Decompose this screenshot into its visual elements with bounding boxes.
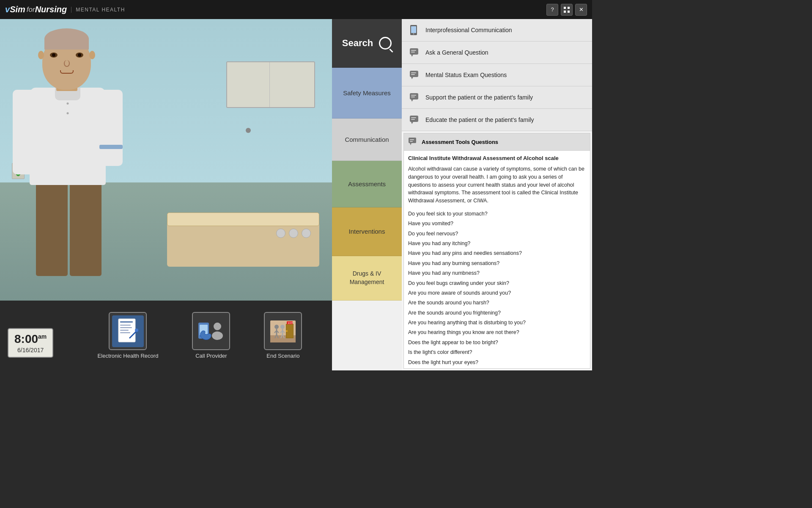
ciwa-title: Clinical Institute Withdrawal Assessment… <box>408 154 586 163</box>
chat-icon-3 <box>408 113 421 127</box>
svg-rect-45 <box>411 74 415 75</box>
svg-rect-2 <box>564 11 566 13</box>
svg-rect-57 <box>410 141 413 142</box>
submenu-item-mental-status[interactable]: Mental Status Exam Questions <box>402 64 592 86</box>
question-14: Is the light's color different? <box>408 348 586 357</box>
interventions-button[interactable]: Interventions <box>332 207 402 256</box>
grid-button[interactable] <box>561 4 573 16</box>
submenu-label-3: Support the patient or the patient's fam… <box>425 94 533 101</box>
chat-icon-2 <box>408 91 421 104</box>
control-btn <box>302 229 311 238</box>
svg-point-29 <box>280 325 285 329</box>
ehr-svg <box>117 318 139 344</box>
svg-rect-6 <box>120 325 131 326</box>
svg-rect-7 <box>120 327 132 328</box>
question-12: Are you hearing things you know are not … <box>408 328 586 337</box>
time-ampm: am <box>38 333 47 340</box>
svg-rect-38 <box>410 48 418 55</box>
submenu-item-general-question[interactable]: Ask a General Question <box>402 41 592 64</box>
header-controls: ? ✕ <box>546 4 587 16</box>
question-5: Have you had any burning sensations? <box>408 259 586 268</box>
question-11: Are you hearing anything that is disturb… <box>408 318 586 328</box>
question-7: Do you feel bugs crawling under your ski… <box>408 279 586 288</box>
button <box>67 102 69 105</box>
safety-measures-button[interactable]: Safety Measures <box>332 68 402 119</box>
patient-nose <box>64 60 70 67</box>
question-1: Have you vomited? <box>408 219 586 229</box>
question-8: Are you more aware of sounds around you? <box>408 288 586 298</box>
assessment-scroll-area[interactable]: Clinical Institute Withdrawal Assessment… <box>404 151 590 368</box>
svg-marker-43 <box>411 77 413 79</box>
svg-marker-39 <box>411 55 413 57</box>
call-provider-label: Call Provider <box>195 353 227 359</box>
svg-rect-3 <box>568 11 570 13</box>
logo-product: MENTAL HEALTH <box>71 7 125 13</box>
chat-icon-1 <box>408 68 421 82</box>
communication-button[interactable]: Communication <box>332 119 402 161</box>
table-controls <box>276 229 311 238</box>
search-button[interactable]: Search <box>332 19 402 68</box>
cabinet-left <box>227 62 270 107</box>
chat-icon-0 <box>408 46 421 59</box>
call-svg <box>196 316 226 346</box>
question-6: Have you had any numbness? <box>408 268 586 278</box>
button <box>67 112 69 114</box>
call-provider-button[interactable]: Call Provider <box>179 312 243 359</box>
patient-character <box>8 39 127 276</box>
help-button[interactable]: ? <box>546 4 558 16</box>
close-button[interactable]: ✕ <box>575 4 587 16</box>
patient-hair <box>44 28 89 50</box>
search-label: Search <box>342 37 373 50</box>
svg-point-20 <box>286 330 288 332</box>
svg-rect-56 <box>410 139 414 140</box>
exam-table-surface <box>167 213 319 226</box>
patient-ear-right <box>89 51 95 59</box>
submenu-item-interprofessional[interactable]: Interprofessional Communication <box>402 19 592 41</box>
patient-eye-right <box>76 52 83 58</box>
patient-head <box>42 35 91 90</box>
svg-rect-9 <box>120 332 130 333</box>
question-3: Have you had any itching? <box>408 239 586 248</box>
drugs-management-button[interactable]: Drugs & IV Management <box>332 256 402 301</box>
submenu-item-educate-patient[interactable]: Educate the patient or the patient's fam… <box>402 109 592 131</box>
svg-point-23 <box>274 325 279 329</box>
svg-rect-40 <box>411 50 416 51</box>
question-16: Are you seeing anything that is disturbi… <box>408 367 586 368</box>
question-4: Have you had any pins and needles sensat… <box>408 248 586 258</box>
sub-panel: Interprofessional Communication Ask a Ge… <box>402 19 592 370</box>
patient-leg-left <box>36 183 68 276</box>
end-scenario-button[interactable]: EXIT <box>251 312 315 359</box>
assessments-button[interactable]: Assessments <box>332 161 402 207</box>
phone-icon <box>408 23 421 37</box>
svg-point-37 <box>413 33 414 35</box>
wall-cabinet <box>226 61 315 108</box>
question-2: Do you feel nervous? <box>408 229 586 239</box>
submenu-label-1: Ask a General Question <box>425 49 488 56</box>
sub-panel-inner: Interprofessional Communication Ask a Ge… <box>402 19 592 370</box>
simulation-panel: 8:00am 6/16/2017 <box>0 19 332 370</box>
cabinet-knob <box>246 128 251 133</box>
patient-mouth <box>60 70 74 74</box>
svg-rect-42 <box>410 71 418 77</box>
svg-rect-5 <box>120 321 133 323</box>
svg-rect-36 <box>411 26 416 33</box>
svg-marker-55 <box>410 143 411 145</box>
sim-bottom-controls: 8:00am 6/16/2017 <box>0 301 332 370</box>
wristband <box>99 145 123 149</box>
submenu-item-support-patient[interactable]: Support the patient or the patient's fam… <box>402 86 592 109</box>
ehr-button[interactable]: Electronic Health Record <box>85 312 171 359</box>
svg-text:EXIT: EXIT <box>288 322 293 324</box>
time-date: 6/16/2017 <box>14 347 47 353</box>
question-15: Does the light hurt your eyes? <box>408 358 586 367</box>
ehr-label: Electronic Health Record <box>98 353 159 359</box>
search-icon <box>379 37 392 50</box>
svg-marker-51 <box>411 122 413 124</box>
main-layout: 8:00am 6/16/2017 <box>0 19 592 370</box>
question-0: Do you feel sick to your stomach? <box>408 209 586 219</box>
end-scenario-label: End Scenario <box>266 353 299 359</box>
control-btn <box>289 229 298 238</box>
communication-label: Communication <box>345 135 389 144</box>
grid-icon <box>564 7 570 13</box>
logo-for: for <box>27 6 35 14</box>
assessments-label: Assessments <box>348 180 386 188</box>
